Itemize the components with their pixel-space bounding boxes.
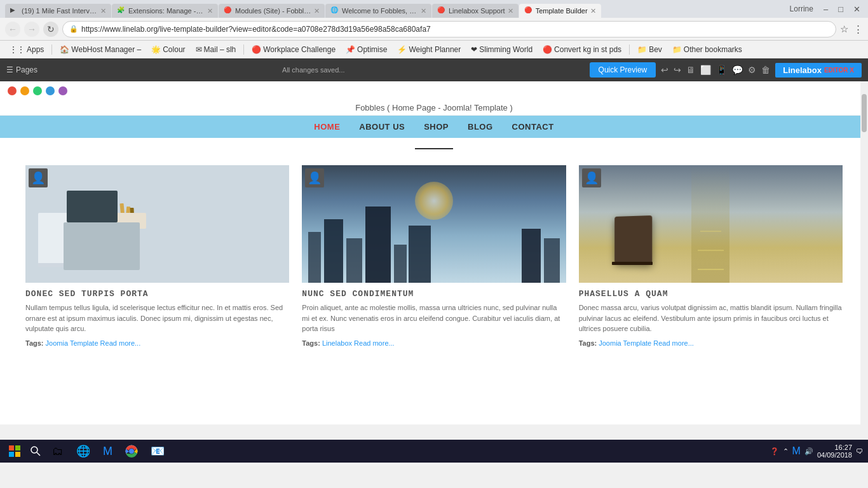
taskbar-search[interactable] — [27, 442, 44, 460]
bookmark-item-9[interactable]: 📁Bev — [633, 43, 667, 56]
read-more-link-0[interactable]: Read more... — [100, 339, 141, 347]
article-card-1: 👤 NUNC SED CONDIMENTUM Proin aliquet, an… — [302, 165, 566, 347]
bookmark-item-2[interactable]: 🌟Colour — [147, 43, 189, 56]
bookmark-item-1[interactable]: 🏠WebHost Manager – — [55, 43, 146, 56]
article-image-wrapper: 👤 — [25, 165, 289, 283]
editor-x-label: EDITOR X — [824, 67, 854, 74]
color-dot-3[interactable] — [46, 86, 55, 95]
save-status: All changes saved... — [43, 66, 585, 74]
star-icon[interactable]: ☆ — [840, 24, 848, 35]
article-tag-link-1[interactable]: Linelabox — [322, 339, 352, 347]
taskbar-app1[interactable]: M — [98, 444, 118, 459]
bookmark-separator — [243, 44, 244, 55]
bookmark-icon: 📁 — [637, 45, 647, 54]
forward-btn[interactable]: → — [24, 22, 39, 37]
article-tag-link-2[interactable]: Joomia Template — [599, 339, 651, 347]
article-card-0: 👤 DONEC SED TURPIS PORTA Nullam tempus t… — [25, 165, 289, 347]
bookmark-item-0[interactable]: ⋮⋮Apps — [5, 43, 48, 56]
quick-preview-btn[interactable]: Quick Preview — [590, 62, 656, 78]
article-text-1: Proin aliquet, ante ac molestie mollis, … — [302, 302, 566, 334]
taskbar-explorer[interactable]: 🌐 — [71, 443, 95, 459]
nav-item-shop[interactable]: SHOP — [424, 122, 449, 132]
pages-menu[interactable]: ☰ Pages — [6, 65, 37, 74]
desktop-icon[interactable]: 🖥 — [686, 65, 695, 75]
start-btn[interactable] — [5, 442, 24, 461]
menu-icon[interactable]: ⋮ — [853, 24, 863, 35]
nav-item-blog[interactable]: BLOG — [468, 122, 493, 132]
nav-item-contact[interactable]: CONTACT — [512, 122, 554, 132]
svg-rect-0 — [9, 445, 14, 451]
bookmark-item-5[interactable]: 📌Optimise — [341, 43, 391, 56]
bookmark-icon: ✉ — [196, 45, 202, 54]
bookmark-icon: ⚡ — [397, 45, 407, 54]
undo-icon[interactable]: ↩ — [661, 65, 668, 75]
read-more-link-1[interactable]: Read more... — [354, 339, 395, 347]
back-btn[interactable]: ← — [5, 22, 20, 37]
redo-icon[interactable]: ↪ — [674, 65, 681, 75]
bookmark-icon: ❤ — [471, 45, 477, 54]
tab-close-btn[interactable]: ✕ — [100, 7, 106, 15]
title-bar: ▶(19) 1 Mile Fast Interva...✕🧩Extensions… — [0, 0, 868, 18]
article-tag-link-0[interactable]: Joomia Template — [46, 339, 98, 347]
taskbar-outlook[interactable]: 📧 — [146, 443, 170, 459]
bookmark-item-3[interactable]: ✉Mail – slh — [191, 43, 241, 56]
article-image-wrapper: 👤 — [302, 165, 566, 283]
chevron-up-icon[interactable]: ⌃ — [783, 447, 789, 456]
browser-tab-tab4[interactable]: 🌐Welcome to Fobbles, S...✕ — [325, 4, 431, 18]
color-dot-4[interactable] — [58, 86, 67, 95]
close-btn[interactable]: ✕ — [851, 3, 863, 15]
comment-icon[interactable]: 💬 — [732, 65, 743, 75]
tab-close-btn[interactable]: ✕ — [590, 7, 596, 15]
refresh-btn[interactable]: ↻ — [43, 22, 58, 37]
scrollbar-track[interactable] — [860, 81, 868, 424]
color-dot-1[interactable] — [20, 86, 29, 95]
bookmark-label: Workplace Challenge — [263, 45, 336, 54]
bookmark-item-7[interactable]: ❤Slimming World — [466, 43, 537, 56]
minimize-btn[interactable]: – — [821, 3, 831, 15]
bookmark-item-10[interactable]: 📁Other bookmarks — [668, 43, 747, 56]
tab-close-btn[interactable]: ✕ — [207, 7, 213, 15]
bookmark-label: Bev — [649, 45, 662, 54]
article-title-1: NUNC SED CONDIMENTUM — [302, 289, 566, 299]
nav-item-home[interactable]: HOME — [314, 122, 340, 132]
browser-tab-tab6[interactable]: 🔴Template Builder✕ — [519, 4, 601, 18]
tab-close-btn[interactable]: ✕ — [421, 7, 426, 15]
bookmark-item-4[interactable]: 🔴Workplace Challenge — [247, 43, 340, 56]
maximize-btn[interactable]: □ — [836, 3, 846, 15]
notification-icon[interactable]: 🗨 — [856, 447, 863, 455]
help-icon[interactable]: ❓ — [770, 447, 779, 456]
secure-icon: 🔒 — [69, 25, 78, 33]
pages-label: Pages — [16, 65, 37, 74]
articles-grid: 👤 DONEC SED TURPIS PORTA Nullam tempus t… — [25, 165, 843, 347]
settings-icon[interactable]: ⚙ — [748, 65, 756, 75]
color-dot-0[interactable] — [8, 86, 17, 95]
taskbar-right: ❓ ⌃ M 🔊 16:27 04/09/2018 🗨 — [770, 444, 863, 459]
bookmark-item-6[interactable]: ⚡Weight Planner — [393, 43, 465, 56]
svg-rect-1 — [15, 445, 20, 451]
read-more-link-2[interactable]: Read more... — [653, 339, 694, 347]
nav-item-about us[interactable]: ABOUT US — [359, 122, 405, 132]
bookmark-label: Colour — [163, 45, 185, 54]
browser-tab-tab5[interactable]: 🔴Linelabox Support✕ — [432, 4, 519, 18]
tab-title: Modules (Site) - Fobble... — [235, 7, 311, 15]
tabs-area: ▶(19) 1 Mile Fast Interva...✕🧩Extensions… — [5, 0, 787, 18]
tab-close-btn[interactable]: ✕ — [314, 7, 320, 15]
mail-icon[interactable]: M — [792, 445, 801, 457]
volume-icon[interactable]: 🔊 — [804, 447, 813, 456]
bookmark-item-8[interactable]: 🔴Convert kg in st pds — [538, 43, 626, 56]
color-dot-2[interactable] — [33, 86, 42, 95]
browser-tab-tab3[interactable]: 🔴Modules (Site) - Fobble...✕ — [219, 4, 325, 18]
browser-tab-tab2[interactable]: 🧩Extensions: Manage - F...✕ — [112, 4, 218, 18]
bookmark-icon: 🔴 — [543, 45, 552, 54]
url-bar[interactable]: 🔒 https://www.linelab.org/live-template-… — [62, 21, 836, 37]
browser-tab-tab1[interactable]: ▶(19) 1 Mile Fast Interva...✕ — [5, 4, 111, 18]
article-tags-2: Tags: Joomia Template Read more... — [579, 339, 843, 347]
tab-close-btn[interactable]: ✕ — [508, 7, 513, 15]
trash-icon[interactable]: 🗑 — [761, 65, 770, 75]
svg-point-4 — [31, 447, 37, 453]
taskbar-chrome[interactable] — [120, 444, 143, 459]
mobile-icon[interactable]: 📱 — [716, 65, 727, 75]
taskbar-files[interactable]: 🗂 — [47, 444, 69, 459]
tablet-icon[interactable]: ⬜ — [700, 65, 711, 75]
bookmark-label: Mail – slh — [204, 45, 236, 54]
